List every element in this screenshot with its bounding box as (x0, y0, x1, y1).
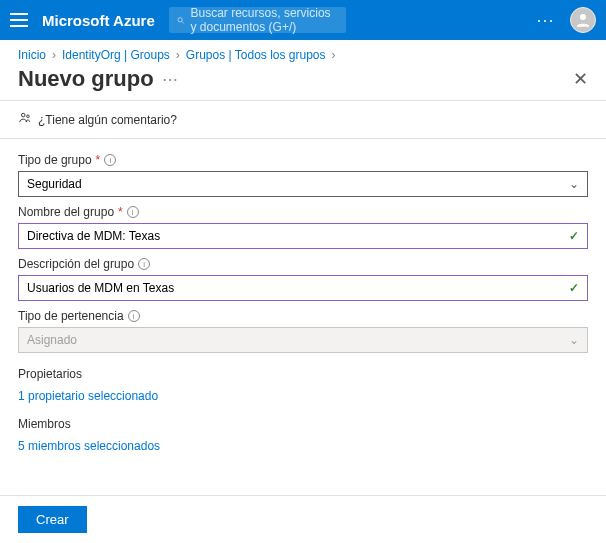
group-type-select[interactable]: Seguridad ⌄ (18, 171, 588, 197)
more-icon[interactable]: ⋯ (162, 70, 178, 89)
group-name-input[interactable]: Directiva de MDM: Texas ✓ (18, 223, 588, 249)
chevron-right-icon: › (176, 48, 180, 62)
chevron-right-icon: › (52, 48, 56, 62)
info-icon[interactable]: i (128, 310, 140, 322)
group-type-value: Seguridad (27, 177, 82, 191)
feedback-text: ¿Tiene algún comentario? (38, 113, 177, 127)
membership-value: Asignado (27, 333, 77, 347)
chevron-right-icon: › (332, 48, 336, 62)
brand-label: Microsoft Azure (42, 12, 155, 29)
feedback-link[interactable]: ¿Tiene algún comentario? (0, 101, 606, 138)
info-icon[interactable]: i (138, 258, 150, 270)
svg-point-0 (178, 17, 182, 21)
svg-point-2 (580, 14, 586, 20)
svg-point-4 (27, 115, 30, 118)
group-type-label: Tipo de grupo * i (18, 153, 588, 167)
top-bar: Microsoft Azure Buscar recursos, servici… (0, 0, 606, 40)
breadcrumb: Inicio › IdentityOrg | Groups › Grupos |… (0, 40, 606, 62)
owners-link[interactable]: 1 propietario seleccionado (18, 389, 158, 403)
chevron-down-icon: ⌄ (569, 333, 579, 347)
form-content: Tipo de grupo * i Seguridad ⌄ Nombre del… (0, 139, 606, 453)
membership-select: Asignado ⌄ (18, 327, 588, 353)
crumb-groups[interactable]: Grupos | Todos los grupos (186, 48, 326, 62)
group-desc-value: Usuarios de MDM en Texas (27, 281, 174, 295)
required-indicator: * (96, 153, 101, 167)
search-placeholder: Buscar recursos, servicios y documentos … (191, 6, 339, 34)
feedback-icon (18, 111, 32, 128)
menu-icon[interactable] (10, 13, 28, 27)
group-desc-input[interactable]: Usuarios de MDM en Texas ✓ (18, 275, 588, 301)
page-header: Nuevo grupo ⋯ ✕ (0, 62, 606, 100)
owners-label: Propietarios (18, 367, 588, 381)
chevron-down-icon: ⌄ (569, 177, 579, 191)
search-icon (177, 14, 185, 27)
page-title: Nuevo grupo (18, 66, 154, 92)
svg-point-3 (22, 113, 26, 117)
close-icon[interactable]: ✕ (573, 68, 588, 90)
required-indicator: * (118, 205, 123, 219)
crumb-home[interactable]: Inicio (18, 48, 46, 62)
members-label: Miembros (18, 417, 588, 431)
group-name-label: Nombre del grupo * i (18, 205, 588, 219)
search-input[interactable]: Buscar recursos, servicios y documentos … (169, 7, 347, 33)
check-icon: ✓ (569, 281, 579, 295)
members-link[interactable]: 5 miembros seleccionados (18, 439, 160, 453)
group-desc-label: Descripción del grupo i (18, 257, 588, 271)
create-button[interactable]: Crear (18, 506, 87, 533)
crumb-org[interactable]: IdentityOrg | Groups (62, 48, 170, 62)
check-icon: ✓ (569, 229, 579, 243)
info-icon[interactable]: i (127, 206, 139, 218)
overflow-menu-icon[interactable]: ⋯ (536, 9, 556, 31)
membership-label: Tipo de pertenencia i (18, 309, 588, 323)
group-name-value: Directiva de MDM: Texas (27, 229, 160, 243)
footer: Crear (0, 495, 606, 543)
user-icon (574, 11, 592, 29)
info-icon[interactable]: i (104, 154, 116, 166)
avatar[interactable] (570, 7, 596, 33)
svg-line-1 (182, 21, 184, 23)
